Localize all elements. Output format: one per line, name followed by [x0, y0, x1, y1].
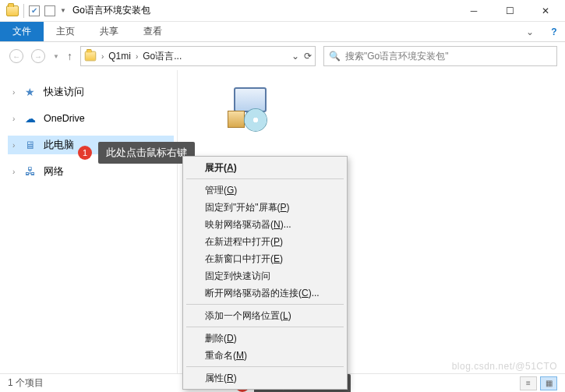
context-menu-item[interactable]: 展开(A) — [185, 159, 345, 176]
annotation-badge-1: 1 — [78, 146, 92, 160]
qat-properties-checkbox[interactable]: ✔ — [29, 5, 40, 16]
tree-item-quickaccess[interactable]: › ★ 快速访问 — [8, 83, 174, 101]
up-button[interactable]: ↑ — [67, 50, 72, 62]
quick-access-toolbar: ✔ ▼ — [2, 4, 66, 18]
crumb-1[interactable]: Go语言... — [143, 50, 182, 63]
tree-label: 快速访问 — [44, 86, 84, 99]
context-menu-item[interactable]: 重命名(M) — [185, 347, 345, 364]
installer-icon — [234, 87, 267, 112]
cloud-icon: ☁ — [25, 112, 39, 125]
nav-tree: › ★ 快速访问 › ☁ OneDrive › 🖥 此电脑 › 🖧 网络 — [0, 70, 178, 373]
qat-customize-chevron[interactable]: ▼ — [60, 7, 66, 14]
address-dropdown-icon[interactable]: ⌄ — [291, 51, 299, 62]
nav-row: ← → ▼ ↑ › Q1mi › Go语言... ⌄ ⟳ 🔍 搜索"Go语言环境… — [0, 42, 565, 70]
view-switcher: ≡ ▦ — [520, 376, 557, 390]
ribbon-tab-view[interactable]: 查看 — [131, 22, 175, 41]
tree-item-network[interactable]: › 🖧 网络 — [8, 162, 174, 181]
annotation-tip-1: 此处点击鼠标右键 — [98, 142, 195, 164]
refresh-icon[interactable]: ⟳ — [304, 51, 312, 62]
ribbon-tab-share[interactable]: 共享 — [87, 22, 131, 41]
installer-file-item[interactable] — [226, 84, 276, 134]
minimize-button[interactable] — [456, 0, 492, 22]
tree-label: 此电脑 — [44, 139, 74, 152]
view-large-button[interactable]: ▦ — [540, 376, 557, 390]
search-placeholder: 搜索"Go语言环境安装包" — [345, 50, 449, 63]
nav-buttons: ← → ▼ ↑ — [9, 49, 72, 63]
context-menu-item[interactable]: 在新进程中打开(P) — [185, 233, 345, 250]
context-menu-item[interactable]: 删除(D) — [185, 330, 345, 347]
ribbon-file-tab[interactable]: 文件 — [0, 22, 44, 41]
qat-newfolder-checkbox[interactable] — [44, 5, 55, 16]
context-menu-item[interactable]: 管理(G) — [185, 182, 345, 199]
window-controls — [456, 0, 563, 22]
network-icon: 🖧 — [25, 165, 39, 178]
context-menu-item[interactable]: 添加一个网络位置(L) — [185, 307, 345, 324]
tree-label: OneDrive — [44, 113, 85, 124]
back-button[interactable]: ← — [9, 49, 23, 63]
forward-button[interactable]: → — [31, 49, 45, 63]
context-menu-item[interactable]: 固定到快速访问 — [185, 267, 345, 284]
folder-icon — [6, 5, 19, 16]
pc-icon: 🖥 — [25, 139, 39, 151]
tree-item-onedrive[interactable]: › ☁ OneDrive — [8, 109, 174, 128]
maximize-button[interactable] — [492, 0, 528, 22]
expand-chevron-icon[interactable]: › — [12, 88, 20, 97]
tree-label: 网络 — [44, 165, 64, 178]
context-menu-item[interactable]: 固定到"开始"屏幕(P) — [185, 199, 345, 216]
titlebar: ✔ ▼ Go语言环境安装包 — [0, 0, 565, 22]
ribbon-tab-home[interactable]: 主页 — [44, 22, 87, 41]
history-dropdown[interactable]: ▼ — [53, 53, 59, 60]
context-menu-item[interactable]: 属性(R) — [185, 369, 345, 387]
address-folder-icon — [85, 51, 96, 62]
context-menu-item[interactable]: 断开网络驱动器的连接(C)... — [185, 284, 345, 302]
expand-chevron-icon[interactable]: › — [12, 141, 20, 150]
search-box[interactable]: 🔍 搜索"Go语言环境安装包" — [323, 46, 557, 66]
ribbon: 文件 主页 共享 查看 ⌄ ? — [0, 22, 565, 42]
star-icon: ★ — [25, 86, 39, 98]
context-menu: 展开(A)管理(G)固定到"开始"屏幕(P)映射网络驱动器(N)...在新进程中… — [182, 156, 348, 390]
crumb-0[interactable]: Q1mi — [108, 51, 131, 62]
ribbon-expand-chevron[interactable]: ⌄ — [517, 22, 543, 41]
close-button[interactable] — [528, 0, 563, 22]
context-menu-item[interactable]: 在新窗口中打开(E) — [185, 250, 345, 267]
context-menu-item[interactable]: 映射网络驱动器(N)... — [185, 216, 345, 233]
qat-separator — [23, 4, 24, 18]
status-item-count: 1 个项目 — [8, 376, 44, 390]
help-button[interactable]: ? — [543, 22, 565, 41]
address-bar[interactable]: › Q1mi › Go语言... ⌄ ⟳ — [80, 46, 316, 66]
window-title: Go语言环境安装包 — [72, 4, 150, 17]
search-icon: 🔍 — [329, 51, 341, 62]
crumb-sep[interactable]: › — [101, 52, 104, 61]
address-end: ⌄ ⟳ — [291, 51, 312, 62]
expand-chevron-icon[interactable]: › — [12, 115, 20, 123]
view-details-button[interactable]: ≡ — [520, 376, 537, 390]
crumb-sep[interactable]: › — [136, 52, 138, 61]
expand-chevron-icon[interactable]: › — [12, 168, 20, 176]
